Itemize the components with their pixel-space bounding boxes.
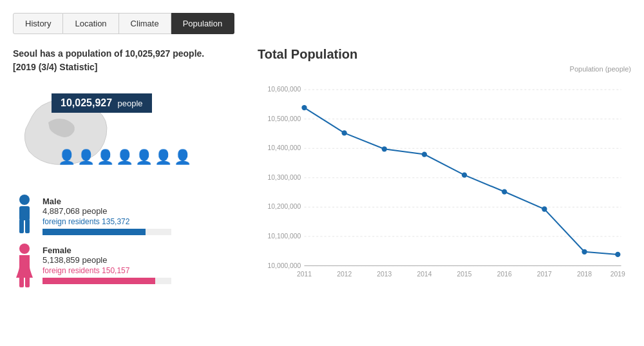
person-icon-6: 👤: [155, 149, 172, 166]
svg-text:2013: 2013: [377, 271, 392, 278]
svg-rect-2: [19, 219, 24, 233]
female-icon: [13, 245, 36, 284]
datapoint-2014: [422, 151, 427, 157]
svg-text:10,600,000: 10,600,000: [268, 86, 301, 93]
female-figure-icon: [13, 242, 36, 287]
svg-text:2019: 2019: [611, 271, 625, 278]
person-icon-3: 👤: [97, 149, 114, 166]
tab-location[interactable]: Location: [63, 13, 118, 34]
female-label: Female: [43, 245, 245, 255]
male-info: Male 4,887,068 people foreign residents …: [43, 197, 245, 235]
population-line: [305, 108, 618, 255]
datapoint-2019: [615, 252, 620, 257]
gender-section: Male 4,887,068 people foreign residents …: [13, 197, 245, 284]
svg-text:10,300,000: 10,300,000: [268, 174, 301, 181]
male-icon: [13, 197, 36, 235]
chart-wrapper: Population (people) .tick-text { font-si…: [258, 65, 631, 297]
person-icon-1: 👤: [58, 149, 75, 166]
svg-text:2017: 2017: [537, 271, 552, 278]
male-figure-icon: [13, 193, 36, 238]
chart-title: Total Population: [258, 47, 631, 62]
datapoint-2017: [542, 206, 547, 211]
population-badge: 10,025,927 people: [52, 93, 152, 113]
tab-climate[interactable]: Climate: [119, 13, 171, 34]
tab-bar: History Location Climate Population: [13, 13, 631, 34]
left-panel: Seoul has a population of 10,025,927 peo…: [13, 47, 258, 297]
svg-point-0: [19, 195, 30, 205]
female-info: Female 5,138,859 people foreign resident…: [43, 245, 245, 284]
right-panel: Total Population Population (people) .ti…: [258, 47, 631, 297]
female-section: Female 5,138,859 people foreign resident…: [13, 245, 245, 284]
population-chart: .tick-text { font-size: 10px; fill: #999…: [258, 65, 631, 297]
female-count: 5,138,859 people: [43, 255, 245, 265]
female-bar-bg: [43, 278, 171, 284]
male-bar: [43, 229, 146, 235]
svg-text:10,500,000: 10,500,000: [268, 115, 301, 122]
svg-text:2015: 2015: [457, 271, 472, 278]
tab-history[interactable]: History: [13, 13, 63, 34]
population-graphic: 10,025,927 people 👤 👤 👤 👤 👤 👤 👤: [13, 87, 245, 177]
female-foreign: foreign residents 150,157: [43, 266, 245, 275]
male-count: 4,887,068 people: [43, 206, 245, 216]
svg-text:10,100,000: 10,100,000: [268, 233, 301, 240]
svg-text:2012: 2012: [337, 271, 352, 278]
female-bar: [43, 278, 155, 284]
svg-rect-3: [25, 219, 30, 233]
person-icon-2: 👤: [77, 149, 95, 166]
page-container: History Location Climate Population Seou…: [0, 0, 644, 346]
datapoint-2013: [382, 146, 387, 151]
datapoint-2015: [462, 173, 467, 178]
svg-text:10,400,000: 10,400,000: [268, 144, 301, 151]
tab-population[interactable]: Population: [171, 13, 234, 34]
chart-y-label: Population (people): [570, 65, 631, 73]
datapoint-2012: [342, 130, 347, 135]
datapoint-2016: [502, 189, 507, 194]
svg-text:2016: 2016: [497, 271, 512, 278]
people-icons: 👤 👤 👤 👤 👤 👤 👤: [58, 149, 191, 166]
male-foreign: foreign residents 135,372: [43, 217, 245, 226]
datapoint-2018: [582, 249, 587, 255]
person-icon-4: 👤: [116, 149, 133, 166]
main-content: Seoul has a population of 10,025,927 peo…: [13, 47, 631, 297]
person-icon-5: 👤: [135, 149, 153, 166]
svg-point-4: [19, 244, 30, 254]
svg-text:10,200,000: 10,200,000: [268, 204, 301, 211]
svg-text:2014: 2014: [417, 271, 431, 278]
population-unit: people: [118, 99, 143, 108]
svg-text:10,000,000: 10,000,000: [268, 262, 301, 269]
population-value: 10,025,927: [61, 97, 112, 108]
male-bar-bg: [43, 229, 171, 235]
male-label: Male: [43, 197, 245, 206]
svg-rect-5: [19, 276, 24, 287]
male-section: Male 4,887,068 people foreign residents …: [13, 197, 245, 235]
svg-rect-1: [19, 206, 30, 220]
datapoint-2011: [301, 105, 307, 110]
person-icon-7: 👤: [174, 149, 191, 166]
svg-text:2018: 2018: [577, 271, 592, 278]
svg-rect-6: [25, 276, 30, 287]
summary-text: Seoul has a population of 10,025,927 peo…: [13, 47, 245, 74]
svg-text:2011: 2011: [297, 271, 312, 278]
